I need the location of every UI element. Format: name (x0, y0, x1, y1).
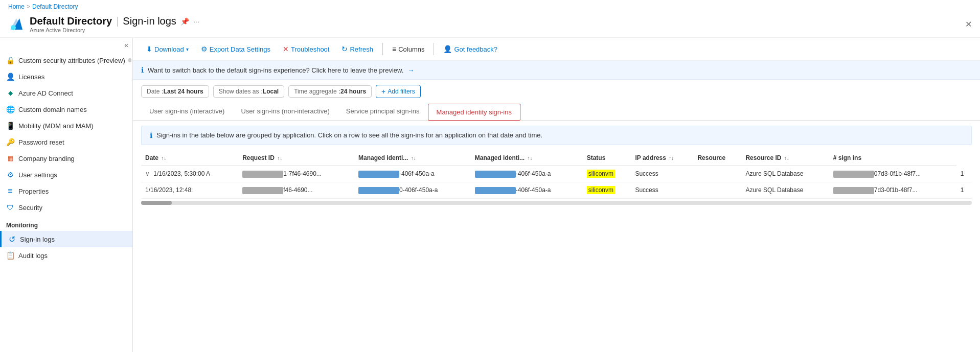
col-managed1[interactable]: Managed identi... ↑↓ (354, 150, 471, 166)
cell-highlight-1: siliconvm (583, 166, 631, 182)
expand-icon[interactable]: ∨ (145, 170, 150, 177)
sort-ip-icon[interactable]: ↑↓ (669, 155, 674, 161)
show-dates-label: Show dates as (219, 88, 259, 95)
filters-bar: Date : Last 24 hours Show dates as : Loc… (133, 80, 980, 103)
sidebar-item-custom-security[interactable]: 🔒 Custom security attributes (Preview) (0, 52, 132, 68)
col-sign-ins[interactable]: # sign ins (829, 150, 956, 166)
mobility-icon: 📱 (6, 122, 14, 130)
sort-resource-id-icon[interactable]: ↑↓ (784, 155, 789, 161)
title-separator: | (116, 15, 119, 27)
info-banner-text: Want to switch back to the default sign-… (148, 66, 403, 74)
date-filter-chip[interactable]: Date : Last 24 hours (141, 85, 209, 98)
company-branding-icon: ▦ (6, 154, 14, 162)
sidebar-item-security[interactable]: 🛡 Security (0, 199, 132, 216)
table-row[interactable]: 1/16/2023, 12:48: f46-4690... 0-406f-450… (141, 182, 972, 198)
sidebar-item-azure-ad-connect[interactable]: ◆ Azure AD Connect (0, 85, 132, 101)
table-info-text: Sign-ins in the table below are grouped … (156, 131, 542, 139)
col-ip[interactable]: IP address ↑↓ (631, 150, 693, 166)
cell-sign-ins-2: 1 (956, 182, 972, 198)
sidebar-item-password-reset[interactable]: 🔑 Password reset (0, 134, 132, 150)
cell-managed1-1: -406f-450a-a (354, 166, 471, 182)
feedback-icon: 👤 (443, 45, 452, 53)
sidebar-item-audit-logs[interactable]: 📋 Audit logs (0, 247, 132, 264)
sort-request-icon[interactable]: ↑↓ (277, 155, 282, 161)
col-resource[interactable]: Resource (693, 150, 741, 166)
close-button[interactable]: ✕ (965, 19, 972, 29)
cell-date-2: 1/16/2023, 12:48: (141, 182, 238, 198)
cell-resource-1: Azure SQL Database (741, 166, 829, 182)
feedback-button[interactable]: 👤 Got feedback? (438, 42, 503, 56)
sidebar-scrollbar[interactable] (128, 58, 131, 62)
cell-ip-1 (693, 166, 741, 182)
sort-managed1-icon[interactable]: ↑↓ (411, 155, 416, 161)
breadcrumb-current[interactable]: Default Directory (32, 3, 78, 10)
cell-sign-ins-1: 1 (956, 166, 972, 182)
sidebar-label-password-reset: Password reset (18, 138, 64, 146)
sidebar-label-mobility: Mobility (MDM and MAM) (18, 122, 94, 130)
time-aggregate-filter-chip[interactable]: Time aggregate : 24 hours (288, 85, 372, 98)
sidebar-label-company-branding: Company branding (18, 155, 75, 162)
cell-status-1: Success (631, 166, 693, 182)
svg-point-0 (11, 25, 16, 30)
export-data-settings-button[interactable]: ⚙ Export Data Settings (196, 42, 276, 56)
columns-button[interactable]: ≡ Columns (387, 42, 429, 56)
directory-name: Default Directory (30, 15, 112, 27)
table-info-icon: ℹ (150, 131, 152, 139)
cell-resource-2: Azure SQL Database (741, 182, 829, 198)
custom-security-icon: 🔒 (6, 56, 14, 64)
col-request-id[interactable]: Request ID ↑↓ (238, 150, 354, 166)
cell-highlight-2: siliconvm (583, 182, 631, 198)
sidebar-item-mobility[interactable]: 📱 Mobility (MDM and MAM) (0, 118, 132, 134)
sidebar-label-azure-ad-connect: Azure AD Connect (18, 89, 73, 97)
pin-icon[interactable]: 📌 (180, 17, 189, 26)
columns-icon: ≡ (392, 45, 396, 53)
col-status[interactable]: Status (583, 150, 631, 166)
show-dates-value: Local (263, 88, 279, 95)
tab-managed-identity[interactable]: Managed identity sign-ins (428, 104, 520, 121)
troubleshoot-button[interactable]: ✕ Troubleshoot (278, 42, 334, 56)
tab-interactive[interactable]: User sign-ins (interactive) (141, 103, 233, 120)
sort-managed2-icon[interactable]: ↑↓ (527, 155, 532, 161)
sidebar-item-properties[interactable]: ≡ Properties (0, 183, 132, 199)
table-info-banner: ℹ Sign-ins in the table below are groupe… (141, 126, 972, 145)
sidebar-item-company-branding[interactable]: ▦ Company branding (0, 150, 132, 167)
sidebar-item-custom-domain[interactable]: 🌐 Custom domain names (0, 101, 132, 118)
sidebar-label-licenses: Licenses (18, 73, 44, 81)
tab-non-interactive[interactable]: User sign-ins (non-interactive) (233, 103, 337, 120)
cell-request-id-1: 1-7f46-4690... (238, 166, 354, 182)
sort-date-icon[interactable]: ↑↓ (161, 155, 166, 161)
horizontal-scrollbar[interactable] (141, 201, 972, 205)
col-date[interactable]: Date ↑↓ (141, 150, 238, 166)
download-chevron-icon: ▾ (186, 46, 189, 52)
security-icon: 🛡 (6, 203, 14, 212)
sidebar-label-user-settings: User settings (18, 171, 57, 179)
cell-status-2: Success (631, 182, 693, 198)
sidebar-item-user-settings[interactable]: ⚙ User settings (0, 167, 132, 183)
breadcrumb-sep: > (27, 3, 30, 10)
sign-in-logs-icon: ↺ (8, 235, 16, 243)
time-agg-label: Time aggregate (294, 88, 337, 95)
col-resource-id[interactable]: Resource ID ↑↓ (741, 150, 829, 166)
refresh-button[interactable]: ↻ Refresh (336, 42, 378, 56)
tab-service-principal[interactable]: Service principal sign-ins (338, 103, 428, 120)
azure-logo (8, 16, 25, 33)
cell-managed2-2: -406f-450a-a (471, 182, 583, 198)
more-icon[interactable]: ··· (193, 17, 199, 26)
table-row[interactable]: ∨ 1/16/2023, 5:30:00 A 1-7f46-4690... -4… (141, 166, 972, 182)
download-icon: ⬇ (146, 45, 152, 53)
page-name: Sign-in logs (123, 15, 176, 27)
sidebar-item-licenses[interactable]: 👤 Licenses (0, 68, 132, 85)
breadcrumb-home[interactable]: Home (8, 3, 25, 10)
date-filter-value: Last 24 hours (164, 88, 203, 95)
toolbar-divider-2 (434, 43, 434, 55)
info-circle-icon: ℹ (141, 66, 144, 74)
add-filters-button[interactable]: + Add filters (376, 85, 421, 98)
show-dates-filter-chip[interactable]: Show dates as : Local (213, 85, 284, 98)
download-button[interactable]: ⬇ Download ▾ (141, 42, 194, 56)
info-banner-arrow[interactable]: → (407, 66, 414, 74)
toolbar-divider (382, 43, 383, 55)
col-managed2[interactable]: Managed identi... ↑↓ (471, 150, 583, 166)
preview-info-banner: ℹ Want to switch back to the default sig… (133, 61, 980, 80)
sidebar-collapse-button[interactable]: « (0, 38, 132, 52)
sidebar-item-sign-in-logs[interactable]: ↺ Sign-in logs (0, 231, 132, 247)
